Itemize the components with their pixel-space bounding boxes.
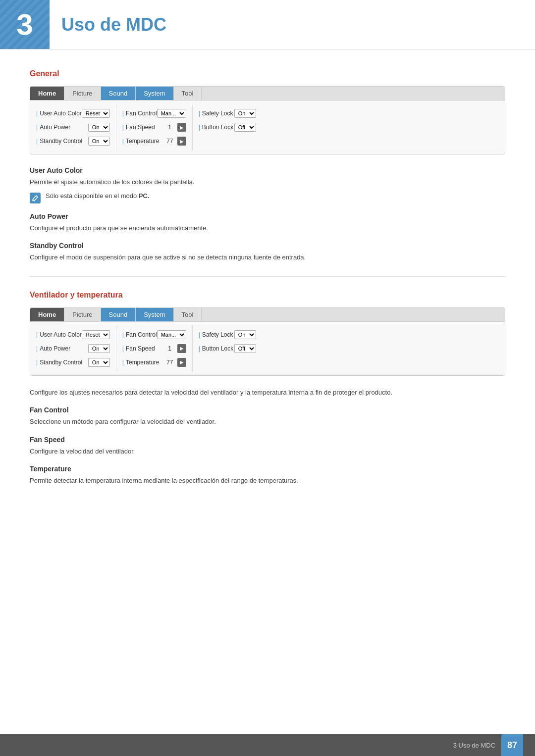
- tab-sound-general[interactable]: Sound: [101, 87, 136, 100]
- general-panel-tabs: Home Picture Sound System Tool: [30, 87, 505, 101]
- row-fan-speed-vent: |Fan Speed 1 ▶: [121, 342, 187, 355]
- standby-control-title: Standby Control: [30, 242, 505, 250]
- control-auto-power-vent[interactable]: On: [88, 344, 110, 353]
- select-auto-power-general[interactable]: On: [88, 123, 110, 132]
- ventilador-section-title: Ventilador y temperatura: [30, 291, 505, 300]
- select-safety-lock-vent[interactable]: On: [234, 330, 256, 339]
- value-temperature-vent: 77: [164, 359, 176, 366]
- label-fan-control-general: |Fan Control: [122, 110, 157, 117]
- chapter-number-box: 3: [0, 0, 50, 49]
- arrow-temperature-vent[interactable]: ▶: [177, 358, 186, 367]
- value-fan-speed-vent: 1: [164, 345, 176, 352]
- auto-power-text: Configure el producto para que se encien…: [30, 223, 505, 233]
- tab-sound-vent[interactable]: Sound: [101, 308, 136, 321]
- label-standby-control-vent: |Standby Control: [36, 359, 88, 366]
- control-fan-speed-vent[interactable]: 1 ▶: [164, 344, 186, 353]
- chapter-number: 3: [16, 7, 33, 42]
- label-fan-speed-general: |Fan Speed: [122, 124, 164, 131]
- page-number: 87: [501, 734, 523, 756]
- control-user-auto-color-general[interactable]: Reset: [82, 109, 110, 118]
- fan-control-title: Fan Control: [30, 406, 505, 414]
- tab-home-general[interactable]: Home: [30, 87, 64, 100]
- control-auto-power-general[interactable]: On: [88, 123, 110, 132]
- tab-home-vent[interactable]: Home: [30, 308, 64, 321]
- row-temperature-general: |Temperature 77 ▶: [121, 134, 187, 148]
- ventilador-intro-text: Configure los ajustes necesarios para de…: [30, 388, 505, 398]
- fan-speed-title: Fan Speed: [30, 436, 505, 444]
- general-col3: |Safety Lock On |Button Lock Off: [193, 104, 262, 150]
- page-title: Uso de MDC: [50, 0, 166, 49]
- arrow-fan-speed-vent[interactable]: ▶: [177, 344, 186, 353]
- control-safety-lock-vent[interactable]: On: [234, 330, 256, 339]
- label-button-lock-general: |Button Lock: [199, 124, 234, 131]
- select-user-auto-color-general[interactable]: Reset: [82, 109, 110, 118]
- select-standby-control-general[interactable]: On: [88, 137, 110, 146]
- control-user-auto-color-vent[interactable]: Reset: [82, 330, 110, 339]
- row-temperature-vent: |Temperature 77 ▶: [121, 355, 187, 369]
- control-fan-control-vent[interactable]: Man...: [157, 330, 186, 339]
- footer-text: 3 Uso de MDC: [453, 742, 495, 749]
- row-user-auto-color-general: |User Auto Color Reset: [35, 106, 111, 120]
- row-user-auto-color-vent: |User Auto Color Reset: [35, 328, 111, 342]
- temperature-text: Permite detectar la temperatura interna …: [30, 476, 505, 486]
- note-box: Sólo está disponible en el modo PC.: [30, 192, 505, 203]
- auto-power-title: Auto Power: [30, 212, 505, 220]
- tab-picture-general[interactable]: Picture: [64, 87, 101, 100]
- row-fan-control-general: |Fan Control Man...: [121, 106, 187, 120]
- general-col1: |User Auto Color Reset |Auto Power On |S…: [30, 104, 116, 150]
- control-button-lock-general[interactable]: Off: [234, 123, 256, 132]
- user-auto-color-title: User Auto Color: [30, 166, 505, 174]
- page-header: 3 Uso de MDC: [0, 0, 535, 50]
- tab-picture-vent[interactable]: Picture: [64, 308, 101, 321]
- control-standby-control-vent[interactable]: On: [88, 358, 110, 367]
- row-safety-lock-vent: |Safety Lock On: [198, 328, 257, 342]
- control-standby-control-general[interactable]: On: [88, 137, 110, 146]
- select-auto-power-vent[interactable]: On: [88, 344, 110, 353]
- general-section-title: General: [30, 69, 505, 78]
- temperature-title: Temperature: [30, 465, 505, 473]
- select-button-lock-vent[interactable]: Off: [234, 344, 256, 353]
- value-fan-speed-general: 1: [164, 124, 176, 131]
- control-fan-speed-general[interactable]: 1 ▶: [164, 123, 186, 132]
- arrow-fan-speed-general[interactable]: ▶: [177, 123, 186, 132]
- row-auto-power-general: |Auto Power On: [35, 120, 111, 134]
- control-safety-lock-general[interactable]: On: [234, 109, 256, 118]
- fan-speed-text: Configure la velocidad del ventilador.: [30, 447, 505, 456]
- tab-tool-vent[interactable]: Tool: [174, 308, 202, 321]
- tab-system-vent[interactable]: System: [136, 308, 173, 321]
- general-panel-body: |User Auto Color Reset |Auto Power On |S…: [30, 101, 505, 154]
- general-col2: |Fan Control Man... |Fan Speed 1 ▶ |Temp…: [116, 104, 193, 150]
- select-standby-control-vent[interactable]: On: [88, 358, 110, 367]
- select-fan-control-vent[interactable]: Man...: [157, 330, 186, 339]
- select-button-lock-general[interactable]: Off: [234, 123, 256, 132]
- control-temperature-general[interactable]: 77 ▶: [164, 137, 186, 146]
- label-safety-lock-vent: |Safety Lock: [199, 331, 234, 338]
- ventilador-panel-body: |User Auto Color Reset |Auto Power On |S…: [30, 322, 505, 375]
- tab-system-general[interactable]: System: [136, 87, 173, 100]
- select-safety-lock-general[interactable]: On: [234, 109, 256, 118]
- label-user-auto-color-general: |User Auto Color: [36, 110, 82, 117]
- control-temperature-vent[interactable]: 77 ▶: [164, 358, 186, 367]
- vent-col1: |User Auto Color Reset |Auto Power On |S…: [30, 326, 116, 371]
- tab-tool-general[interactable]: Tool: [174, 87, 202, 100]
- label-standby-control-general: |Standby Control: [36, 138, 88, 145]
- control-fan-control-general[interactable]: Man...: [157, 109, 186, 118]
- row-fan-speed-general: |Fan Speed 1 ▶: [121, 120, 187, 134]
- standby-control-text: Configure el modo de suspensión para que…: [30, 252, 505, 262]
- label-auto-power-vent: |Auto Power: [36, 345, 88, 352]
- row-auto-power-vent: |Auto Power On: [35, 342, 111, 355]
- label-temperature-general: |Temperature: [122, 138, 164, 145]
- note-icon: [30, 193, 41, 203]
- control-button-lock-vent[interactable]: Off: [234, 344, 256, 353]
- main-content: General Home Picture Sound System Tool |…: [0, 50, 535, 530]
- general-ui-panel: Home Picture Sound System Tool |User Aut…: [30, 86, 505, 154]
- vent-col3: |Safety Lock On |Button Lock Off: [193, 326, 262, 371]
- row-fan-control-vent: |Fan Control Man...: [121, 328, 187, 342]
- select-user-auto-color-vent[interactable]: Reset: [82, 330, 110, 339]
- value-temperature-general: 77: [164, 138, 176, 145]
- arrow-temperature-general[interactable]: ▶: [177, 137, 186, 146]
- label-temperature-vent: |Temperature: [122, 359, 164, 366]
- label-fan-control-vent: |Fan Control: [122, 331, 157, 338]
- row-standby-control-vent: |Standby Control On: [35, 355, 111, 369]
- select-fan-control-general[interactable]: Man...: [157, 109, 186, 118]
